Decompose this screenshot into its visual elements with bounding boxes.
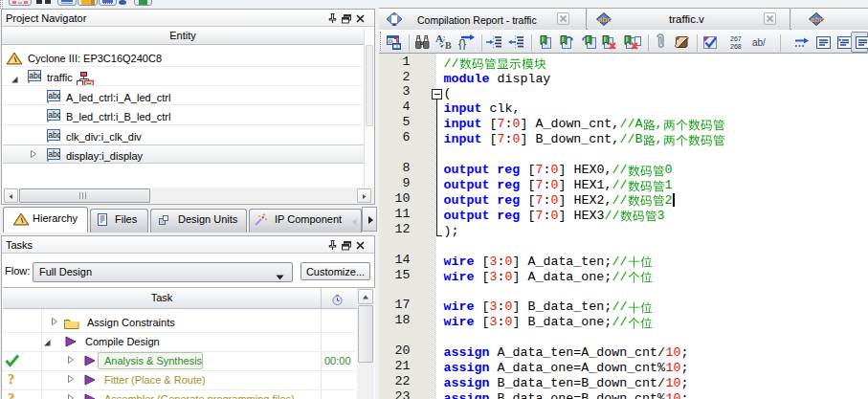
svg-text:{}: {}: [458, 37, 466, 50]
svg-text:267: 267: [730, 35, 742, 42]
svg-text:abc: abc: [598, 15, 612, 24]
svg-text:abd: abd: [48, 149, 60, 159]
svg-text:abc: abc: [811, 15, 824, 24]
svg-text:268: 268: [730, 43, 742, 50]
svg-text:ab/: ab/: [752, 37, 766, 48]
svg-text:B: B: [445, 40, 452, 50]
